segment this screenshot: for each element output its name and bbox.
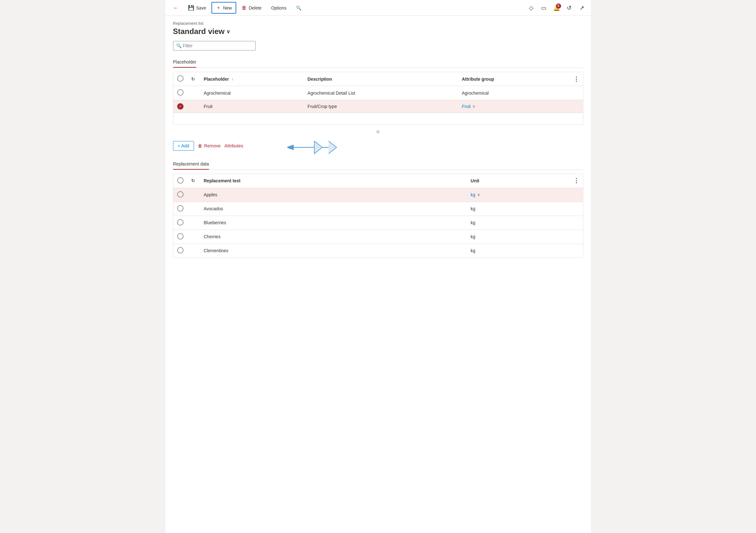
replacement-more-icon[interactable]: ⋮ <box>574 178 579 184</box>
action-bar: + Add 🗑 Remove Attributes <box>173 138 583 154</box>
replacement-check-header <box>174 174 187 188</box>
unit-cell: kg <box>467 216 569 230</box>
replacement-text-cell: Clementines <box>200 244 467 258</box>
table-row: ✓ Fruit Fruit/Crop type Fruit ∨ <box>174 100 583 113</box>
replacement-text-cell: Blueberries <box>200 216 467 230</box>
select-all-checkbox[interactable] <box>177 75 183 82</box>
table-row: Apples kg ∨ <box>174 188 583 202</box>
replacement-more-cell <box>570 230 583 244</box>
attribute-dropdown[interactable]: Fruit ∨ <box>462 104 565 109</box>
replacement-text-cell: Cherries <box>200 230 467 244</box>
replacement-refresh-icon[interactable]: ↻ <box>191 178 195 183</box>
remove-button[interactable]: 🗑 Remove <box>198 141 221 150</box>
placeholder-check-header <box>174 72 187 86</box>
tab-placeholder[interactable]: Placeholder <box>173 57 197 68</box>
page-title[interactable]: Standard view ∨ <box>173 27 583 36</box>
more-options-icon[interactable]: ⋮ <box>574 76 579 82</box>
empty-cell <box>174 113 583 125</box>
replacement-tab-bar: Replacement data <box>173 159 583 170</box>
table-row: Avocados kg <box>174 202 583 216</box>
filter-search-icon: 🔍 <box>176 43 182 48</box>
replacement-more-cell <box>570 216 583 230</box>
refresh-icon: ↺ <box>567 4 572 12</box>
replacement-select-all[interactable] <box>177 177 183 183</box>
filter-input[interactable] <box>173 41 256 50</box>
replacement-checkbox-cell <box>174 230 187 244</box>
row-checkbox-checked[interactable]: ✓ <box>177 103 183 110</box>
save-icon: 💾 <box>188 5 194 11</box>
notification-badge: 0 <box>556 4 561 9</box>
unit-cell: kg <box>467 230 569 244</box>
delete-icon: 🗑 <box>242 5 247 11</box>
description-cell: Agrochemical Detail List <box>304 86 458 100</box>
attribute-group-cell: Agrochemical <box>458 86 569 100</box>
replacement-text-cell: Apples <box>200 188 467 202</box>
replacement-text-col-header: Replacement text <box>200 174 467 188</box>
unit-cell: kg <box>467 202 569 216</box>
expand-icon: ↗ <box>580 4 584 12</box>
add-button[interactable]: + Add <box>173 141 194 151</box>
square-icon: ▭ <box>541 4 547 12</box>
replacement-checkbox[interactable] <box>177 191 183 198</box>
replacement-checkbox[interactable] <box>177 205 183 211</box>
placeholder-refresh-header: ↻ <box>187 72 200 86</box>
replacement-more-cell <box>570 202 583 216</box>
more-options-header: ⋮ <box>570 72 583 86</box>
row-refresh-cell <box>187 100 200 113</box>
delete-button[interactable]: 🗑 Delete <box>237 3 265 13</box>
replacement-data-section: Replacement data <box>173 159 583 170</box>
toolbar: ← 💾 Save ＋ New 🗑 Delete Options 🔍 ◇ ▭ <box>165 0 591 16</box>
notification-button[interactable]: 🔔 0 <box>552 3 562 13</box>
save-button[interactable]: 💾 Save <box>184 3 210 13</box>
replacement-refresh-cell <box>187 244 200 258</box>
breadcrumb: Replacement list <box>173 21 583 26</box>
replacement-more-cell <box>570 188 583 202</box>
attribute-group-col-header: Attribute group <box>458 72 569 86</box>
diamond-button[interactable]: ◇ <box>526 3 536 13</box>
replacement-checkbox-cell <box>174 244 187 258</box>
replacement-more-header: ⋮ <box>570 174 583 188</box>
row-more-cell-fruit <box>570 100 583 113</box>
unit-cell: kg ∨ <box>467 188 569 202</box>
search-toolbar-button[interactable]: 🔍 <box>292 3 306 13</box>
tab-bar: Placeholder <box>173 57 583 68</box>
table-row-empty <box>174 113 583 125</box>
attribute-group-cell-fruit: Fruit ∨ <box>458 100 569 113</box>
placeholder-col-header: Placeholder ↑ <box>200 72 304 86</box>
unit-cell: kg <box>467 244 569 258</box>
options-button[interactable]: Options <box>267 3 290 13</box>
row-refresh-cell <box>187 86 200 100</box>
square-button[interactable]: ▭ <box>539 3 549 13</box>
section-separator: = <box>173 125 583 138</box>
replacement-refresh-cell <box>187 230 200 244</box>
replacement-checkbox-cell <box>174 216 187 230</box>
row-checkbox[interactable] <box>177 89 183 96</box>
sort-icon[interactable]: ↑ <box>231 77 233 82</box>
unit-dropdown[interactable]: kg ∨ <box>471 192 565 197</box>
placeholder-table-wrap: ↻ Placeholder ↑ Description Attribute gr… <box>173 72 583 125</box>
description-cell-fruit: Fruit/Crop type <box>304 100 458 113</box>
replacement-checkbox[interactable] <box>177 233 183 239</box>
replacement-checkbox-cell <box>174 188 187 202</box>
placeholder-table: ↻ Placeholder ↑ Description Attribute gr… <box>174 72 583 125</box>
replacement-refresh-cell <box>187 188 200 202</box>
back-button[interactable]: ← <box>169 3 182 13</box>
diamond-icon: ◇ <box>529 4 533 12</box>
unit-col-header: Unit <box>467 174 569 188</box>
back-icon: ← <box>174 5 178 11</box>
table-refresh-icon[interactable]: ↻ <box>191 76 195 82</box>
replacement-checkbox[interactable] <box>177 247 183 253</box>
unit-link[interactable]: kg <box>471 192 475 197</box>
expand-button[interactable]: ↗ <box>577 3 587 13</box>
refresh-button[interactable]: ↺ <box>564 3 574 13</box>
unit-chevron-icon: ∨ <box>477 192 480 197</box>
row-checkbox-cell <box>174 86 187 100</box>
replacement-checkbox[interactable] <box>177 219 183 226</box>
table-row: Clementines kg <box>174 244 583 258</box>
attributes-button[interactable]: Attributes <box>225 141 243 150</box>
tab-replacement-data[interactable]: Replacement data <box>173 159 209 170</box>
new-button[interactable]: ＋ New <box>211 2 236 14</box>
table-row: Blueberries kg <box>174 216 583 230</box>
search-toolbar-icon: 🔍 <box>296 5 301 11</box>
attribute-link[interactable]: Fruit <box>462 104 471 109</box>
